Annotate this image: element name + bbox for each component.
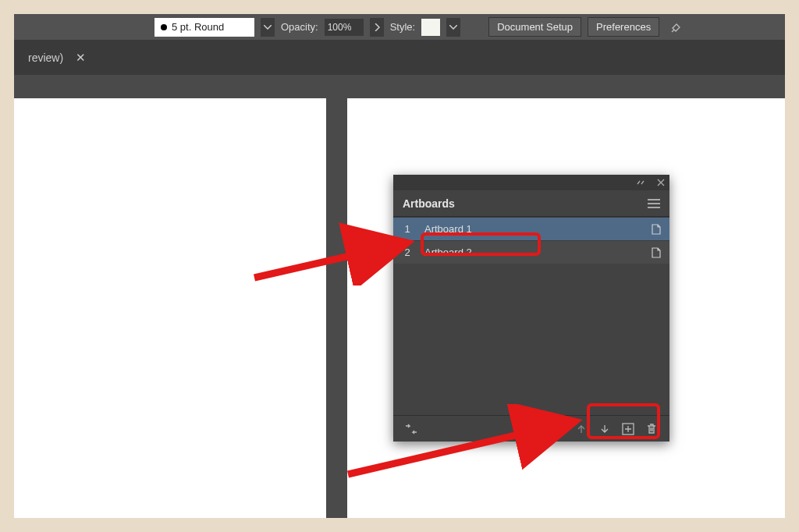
preferences-label: Preferences — [596, 21, 651, 33]
style-label: Style: — [390, 21, 416, 33]
document-tab[interactable]: review) ✕ — [14, 40, 100, 75]
chevron-down-icon — [449, 25, 457, 30]
panel-menu-icon[interactable] — [648, 199, 660, 208]
artboards-panel: Artboards 1 Artboard 1 2 Artboard 2 — [393, 175, 669, 442]
delete-artboard-button[interactable] — [640, 418, 663, 440]
opacity-input[interactable]: 100% — [325, 19, 364, 36]
artboard-number: 2 — [393, 246, 421, 258]
stroke-profile-dropdown[interactable]: 5 pt. Round — [154, 18, 254, 37]
up-arrow-icon — [576, 424, 587, 434]
page-icon — [651, 246, 662, 259]
chevron-down-icon — [264, 25, 272, 30]
panel-header: Artboards — [393, 190, 669, 217]
panel-titlebar[interactable] — [393, 175, 669, 190]
trash-icon — [645, 423, 658, 435]
move-artwork-button[interactable] — [570, 418, 593, 440]
document-tabbar: review) ✕ — [14, 40, 785, 75]
artboard-name: Artboard 2 — [421, 246, 643, 258]
pin-icon-button[interactable] — [666, 16, 687, 38]
artboard-row-2[interactable]: 2 Artboard 2 — [393, 240, 669, 264]
stroke-dropdown-chevron[interactable] — [261, 18, 275, 37]
collapse-icon[interactable] — [637, 179, 648, 186]
plus-icon — [622, 423, 634, 435]
artboard-options-icon[interactable] — [643, 223, 669, 236]
opacity-value: 100% — [328, 22, 352, 33]
tab-close-button[interactable]: ✕ — [76, 51, 86, 65]
tab-label: review) — [28, 51, 63, 64]
style-swatch[interactable] — [421, 19, 440, 36]
preferences-button[interactable]: Preferences — [588, 17, 659, 37]
stroke-dot-icon — [161, 24, 167, 30]
artboard-name: Artboard 1 — [421, 223, 643, 235]
panel-body: 1 Artboard 1 2 Artboard 2 — [393, 217, 669, 264]
document-setup-button[interactable]: Document Setup — [488, 17, 581, 37]
artboard-row-1[interactable]: 1 Artboard 1 — [393, 217, 669, 240]
artboard-options-icon[interactable] — [643, 246, 669, 259]
move-down-button[interactable] — [593, 418, 616, 440]
page-icon — [651, 223, 662, 236]
stroke-label: 5 pt. Round — [172, 21, 224, 33]
document-setup-label: Document Setup — [497, 21, 573, 33]
new-artboard-button[interactable] — [616, 418, 640, 440]
control-toolbar: 5 pt. Round Opacity: 100% Style: Documen… — [14, 14, 785, 40]
app-frame: 5 pt. Round Opacity: 100% Style: Documen… — [14, 14, 785, 518]
down-arrow-icon — [599, 424, 610, 434]
rearrange-icon — [404, 423, 418, 435]
panel-footer — [393, 415, 669, 442]
opacity-label: Opacity: — [281, 21, 318, 33]
pin-icon — [669, 20, 684, 34]
opacity-chevron[interactable] — [370, 18, 384, 37]
style-chevron[interactable] — [446, 18, 460, 37]
chevron-right-icon — [374, 23, 380, 31]
panel-title: Artboards — [403, 197, 455, 210]
artboard-number: 1 — [393, 223, 421, 235]
artboard-canvas-1[interactable] — [14, 98, 326, 518]
rearrange-artboards-button[interactable] — [400, 418, 423, 440]
close-icon[interactable] — [657, 179, 665, 186]
